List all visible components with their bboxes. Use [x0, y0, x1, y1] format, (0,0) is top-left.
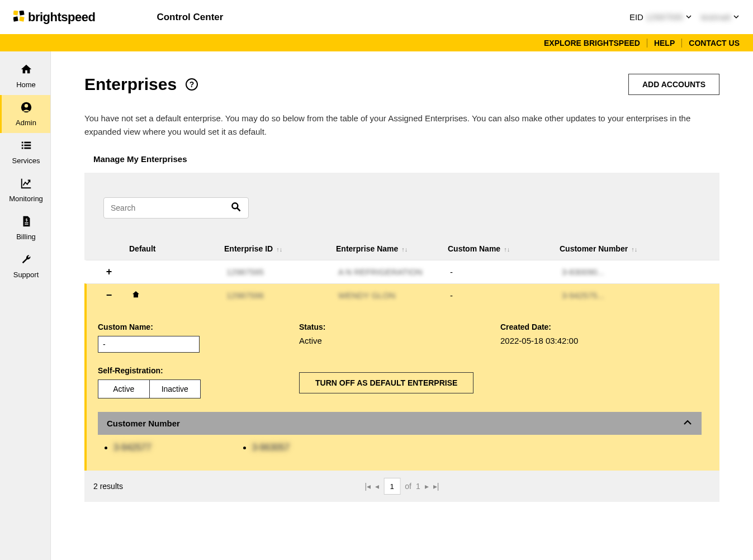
home-icon	[20, 63, 32, 78]
svg-line-16	[238, 208, 240, 211]
cell-customer-number: 3-942575...	[562, 291, 604, 300]
table-header: Default Enterprise ID↑↓ Enterprise Name↑…	[84, 238, 719, 260]
username: testmatt	[701, 12, 731, 22]
sidebar-item-monitoring[interactable]: Monitoring	[0, 171, 50, 209]
sidebar-item-label: Support	[13, 270, 39, 279]
svg-rect-7	[24, 142, 31, 144]
invoice-icon: $	[20, 215, 32, 230]
expand-button[interactable]: +	[106, 266, 112, 277]
expanded-panel: Custom Name: Self-Registration: Active I…	[84, 307, 719, 471]
enterprises-table: Default Enterprise ID↑↓ Enterprise Name↑…	[84, 238, 719, 502]
customer-number-item: 3-963057	[252, 443, 290, 452]
page-title: Enterprises	[84, 75, 177, 94]
last-page-button[interactable]: ▸|	[433, 482, 439, 491]
total-pages: 1	[416, 482, 420, 491]
logo-icon	[13, 11, 25, 24]
cell-custom-name: -	[450, 291, 453, 300]
sidebar-item-label: Monitoring	[9, 194, 43, 203]
help-icon[interactable]: ?	[186, 78, 198, 91]
customer-number-accordion[interactable]: Customer Number	[98, 412, 702, 435]
of-label: of	[405, 482, 411, 491]
turn-off-default-button[interactable]: TURN OFF AS DEFAULT ENTERPRISE	[299, 372, 473, 393]
svg-rect-9	[24, 145, 31, 146]
search-box[interactable]	[103, 197, 249, 219]
section-title: Manage My Enterprises	[93, 154, 719, 164]
eid-dropdown[interactable]: EID 12987595	[629, 12, 692, 22]
customer-number-item: 3-942577	[113, 443, 151, 452]
sort-icon: ↑↓	[631, 246, 637, 253]
user-circle-icon	[20, 101, 32, 116]
svg-rect-13	[25, 222, 28, 223]
svg-rect-3	[19, 16, 24, 21]
chevron-down-icon	[685, 12, 692, 22]
app-title: Control Center	[157, 12, 223, 23]
collapse-button[interactable]: −	[106, 290, 112, 301]
column-default[interactable]: Default	[129, 244, 224, 253]
sidebar-item-billing[interactable]: $ Billing	[0, 209, 50, 247]
divider	[681, 39, 682, 48]
sidebar-item-support[interactable]: Support	[0, 247, 50, 285]
divider	[647, 39, 647, 48]
page-input[interactable]	[383, 478, 400, 495]
cell-customer-number: 3-830090...	[562, 267, 604, 277]
self-reg-active-button[interactable]: Active	[98, 380, 150, 398]
sort-icon: ↑↓	[504, 246, 510, 253]
column-enterprise-id[interactable]: Enterprise ID↑↓	[224, 244, 336, 253]
brand-name: brightspeed	[28, 10, 95, 25]
search-input[interactable]	[111, 203, 230, 212]
cell-custom-name: -	[450, 267, 453, 277]
self-reg-label: Self-Registration:	[98, 366, 277, 375]
prev-page-button[interactable]: ◂	[375, 482, 379, 491]
sort-icon: ↑↓	[401, 246, 408, 253]
results-count: 2 results	[93, 482, 123, 491]
customer-number-header: Customer Number	[107, 419, 180, 428]
main-content: Enterprises ? ADD ACCOUNTS You have not …	[51, 51, 753, 560]
cell-enterprise-name: WENDY GLON	[338, 291, 395, 300]
table-row: + 12987595 A N REFRIGERATION - 3-830090.…	[84, 260, 719, 283]
first-page-button[interactable]: |◂	[365, 482, 371, 491]
cell-enterprise-id: 12987595	[226, 267, 264, 277]
top-header: brightspeed Control Center EID 12987595 …	[0, 0, 753, 34]
sort-icon: ↑↓	[276, 246, 282, 253]
pagination: |◂ ◂ of 1 ▸ ▸|	[365, 478, 439, 495]
created-value: 2022-05-18 03:42:00	[500, 336, 702, 345]
svg-rect-6	[21, 142, 23, 144]
list-icon	[20, 139, 32, 154]
status-value: Active	[299, 336, 478, 345]
sidebar: Home Admin Services Monitoring	[0, 51, 51, 560]
custom-name-label: Custom Name:	[98, 322, 277, 331]
sidebar-item-label: Admin	[16, 118, 36, 127]
brand-logo[interactable]: brightspeed	[13, 10, 95, 25]
column-enterprise-name[interactable]: Enterprise Name↑↓	[336, 244, 448, 253]
created-label: Created Date:	[500, 322, 702, 331]
next-page-button[interactable]: ▸	[425, 482, 429, 491]
enterprises-card: Default Enterprise ID↑↓ Enterprise Name↑…	[84, 173, 719, 502]
svg-rect-2	[13, 16, 18, 21]
contact-link[interactable]: CONTACT US	[689, 39, 740, 48]
svg-rect-14	[25, 224, 28, 225]
svg-rect-8	[21, 145, 23, 146]
column-custom-name[interactable]: Custom Name↑↓	[448, 244, 560, 253]
user-dropdown[interactable]: testmatt	[701, 12, 740, 22]
sidebar-item-label: Home	[16, 80, 36, 89]
table-row: − 12987596 WENDY GLON - 3-942575...	[84, 283, 719, 307]
search-icon[interactable]	[230, 201, 241, 215]
table-footer: 2 results |◂ ◂ of 1 ▸ ▸|	[84, 471, 719, 502]
eid-value: 12987595	[646, 12, 683, 22]
self-reg-toggle: Active Inactive	[98, 379, 201, 398]
help-link[interactable]: HELP	[654, 39, 675, 48]
add-accounts-button[interactable]: ADD ACCOUNTS	[628, 74, 719, 95]
sidebar-item-label: Billing	[16, 232, 36, 241]
custom-name-input[interactable]	[98, 336, 200, 353]
sidebar-item-home[interactable]: Home	[0, 57, 50, 95]
customer-number-list: 3-942577 3-963057	[98, 435, 702, 455]
explore-link[interactable]: EXPLORE BRIGHTSPEED	[544, 39, 640, 48]
svg-rect-11	[24, 148, 31, 149]
svg-rect-1	[19, 11, 24, 16]
self-reg-inactive-button[interactable]: Inactive	[150, 380, 201, 398]
eid-label: EID	[629, 12, 643, 22]
sidebar-item-services[interactable]: Services	[0, 133, 50, 171]
column-customer-number[interactable]: Customer Number↑↓	[560, 244, 719, 253]
sidebar-item-admin[interactable]: Admin	[0, 95, 50, 133]
status-label: Status:	[299, 322, 478, 331]
